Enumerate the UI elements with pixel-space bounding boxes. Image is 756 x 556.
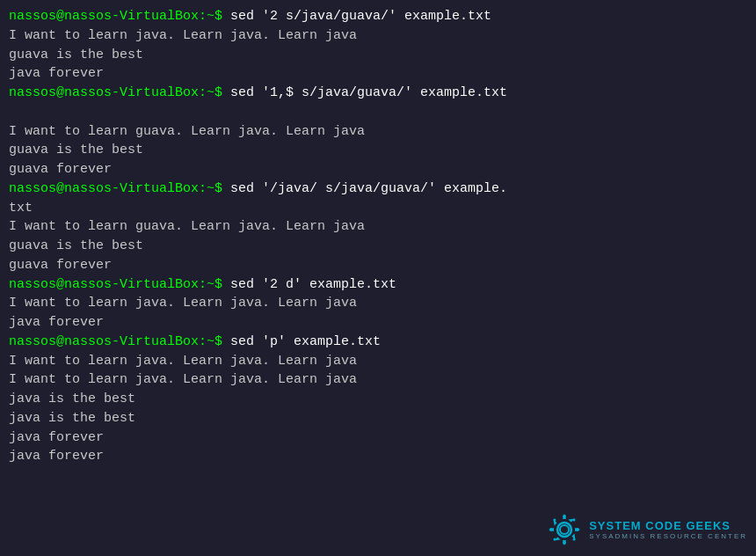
terminal-output-line: java forever <box>9 428 747 448</box>
terminal-output-line: java forever <box>9 447 747 466</box>
watermark-logo-icon <box>547 512 582 547</box>
watermark-subtitle: SYSADMINS RESOURCE CENTER <box>589 532 747 540</box>
terminal-prompt-line: nassos@nassos-VirtualBox:~$ sed '1,$ s/j… <box>9 84 747 103</box>
terminal-prompt-line: nassos@nassos-VirtualBox:~$ sed '/java/ … <box>9 179 747 199</box>
terminal-output-line: I want to learn guava. Learn java. Learn… <box>9 217 747 237</box>
watermark-title: SYSTEM CODE GEEKS <box>589 519 747 532</box>
svg-point-8 <box>573 519 576 522</box>
terminal-output-line: I want to learn java. Learn java. Learn … <box>9 294 747 313</box>
command-text: sed '1,$ s/java/guava/' example.txt <box>230 85 507 100</box>
command-text: sed '2 d' example.txt <box>230 277 396 292</box>
command-text: sed 'p' example.txt <box>230 334 381 349</box>
terminal-output-line: guava forever <box>9 160 747 179</box>
svg-point-6 <box>576 528 579 531</box>
terminal-output-line: java forever <box>9 313 747 333</box>
terminal-prompt-line: nassos@nassos-VirtualBox:~$ sed 'p' exam… <box>9 333 747 352</box>
terminal-content: nassos@nassos-VirtualBox:~$ sed '2 s/jav… <box>9 7 747 466</box>
svg-point-7 <box>554 519 556 522</box>
prompt-text: nassos@nassos-VirtualBox:~$ <box>9 9 230 24</box>
svg-point-2 <box>561 526 568 533</box>
terminal-blank-line <box>9 103 747 122</box>
terminal-prompt-line: nassos@nassos-VirtualBox:~$ sed '2 d' ex… <box>9 275 747 295</box>
terminal-output-line: guava is the best <box>9 141 747 160</box>
terminal-output-line: guava is the best <box>9 237 747 256</box>
terminal-output-line: java is the best <box>9 409 747 428</box>
svg-point-10 <box>573 538 576 541</box>
svg-point-3 <box>563 515 566 518</box>
prompt-text: nassos@nassos-VirtualBox:~$ <box>9 85 230 100</box>
watermark-text-block: SYSTEM CODE GEEKS SYSADMINS RESOURCE CEN… <box>589 519 747 540</box>
svg-point-5 <box>549 528 553 531</box>
watermark: SYSTEM CODE GEEKS SYSADMINS RESOURCE CEN… <box>547 512 747 547</box>
prompt-text: nassos@nassos-VirtualBox:~$ <box>9 277 230 292</box>
terminal-output-line: java is the best <box>9 390 747 409</box>
terminal-output-line: guava is the best <box>9 46 747 65</box>
terminal-output-line: txt <box>9 199 747 218</box>
svg-point-9 <box>554 538 556 541</box>
terminal-output-line: I want to learn guava. Learn java. Learn… <box>9 122 747 142</box>
terminal-prompt-line: nassos@nassos-VirtualBox:~$ sed '2 s/jav… <box>9 7 747 26</box>
terminal-output-line: I want to learn java. Learn java. Learn … <box>9 370 747 390</box>
terminal-output-line: I want to learn java. Learn java. Learn … <box>9 352 747 371</box>
svg-point-4 <box>563 541 566 545</box>
terminal-window[interactable]: nassos@nassos-VirtualBox:~$ sed '2 s/jav… <box>0 0 756 556</box>
prompt-text: nassos@nassos-VirtualBox:~$ <box>9 181 230 196</box>
terminal-output-line: java forever <box>9 64 747 84</box>
terminal-output-line: I want to learn java. Learn java. Learn … <box>9 26 747 46</box>
command-text: sed '/java/ s/java/guava/' example. <box>230 181 507 196</box>
command-text: sed '2 s/java/guava/' example.txt <box>230 9 491 24</box>
terminal-output-line: guava forever <box>9 256 747 275</box>
prompt-text: nassos@nassos-VirtualBox:~$ <box>9 334 230 349</box>
